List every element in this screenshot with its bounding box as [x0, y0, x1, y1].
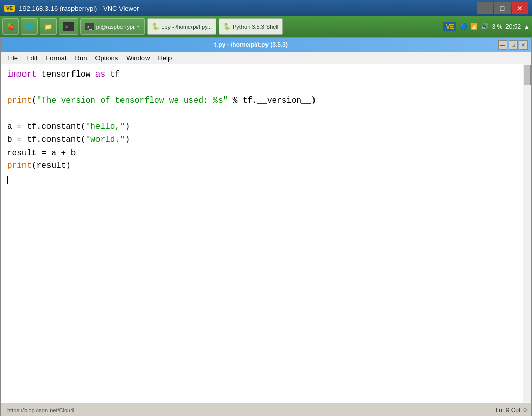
idle-window-controls: — □ ✕ [498, 40, 528, 50]
lxterminal-button[interactable]: >_ [59, 18, 78, 35]
vnc-minimize-button[interactable]: — [477, 2, 493, 14]
vertical-scrollbar[interactable] [523, 64, 531, 403]
menu-help[interactable]: Help [154, 53, 176, 63]
clock: 20:52 [505, 23, 521, 30]
terminal2-icon: >_ [85, 23, 93, 30]
taskbar-right: VE 🔵 📶 🔊 3 % 20:52 ▲ [443, 22, 530, 31]
battery-level: 3 % [492, 23, 502, 30]
idle-close-button[interactable]: ✕ [519, 40, 528, 50]
menu-format[interactable]: Format [41, 53, 70, 63]
vnc-titlebar: VE 192.168.3.16 (raspberrypi) - VNC View… [0, 0, 532, 16]
tpy-tab-label: t.py - /home/pi/t.py... [161, 23, 212, 30]
idle-title-text: t.py - /home/pi/t.py (3.5.3) [4, 41, 498, 48]
globe-button[interactable]: 🌐 [21, 18, 38, 35]
vnc-title: 192.168.3.16 (raspberrypi) - VNC Viewer [19, 5, 477, 12]
raspberry-button[interactable]: 🍓 [2, 18, 19, 35]
python-shell-label: Python 3.5.3 Shell [233, 23, 278, 30]
menu-window[interactable]: Window [122, 53, 154, 63]
idle-maximize-button[interactable]: □ [509, 40, 518, 50]
folder-button[interactable]: 📁 [40, 18, 57, 35]
status-position: Ln: 9 Col: 0 [496, 407, 527, 414]
status-bar: https://blog.csdn.net/Cloud Ln: 9 Col: 0 [1, 403, 531, 416]
menu-options[interactable]: Options [91, 53, 122, 63]
wifi-icon: 📶 [470, 23, 478, 30]
code-line-8: print(result) [7, 160, 517, 173]
menu-edit[interactable]: Edit [22, 53, 41, 63]
menu-bar: File Edit Format Run Options Window Help [1, 52, 531, 64]
raspberry-icon: 🍓 [7, 23, 14, 30]
code-line-5: a = tf.constant("hello,") [7, 120, 517, 134]
code-line-9 [7, 173, 517, 186]
ve-logo-taskbar: VE [443, 22, 456, 31]
tpy-tab[interactable]: 🐍 t.py - /home/pi/t.py... [147, 18, 216, 35]
idle-titlebar: t.py - /home/pi/t.py (3.5.3) — □ ✕ [1, 38, 531, 52]
vnc-window-controls: — □ ✕ [477, 2, 528, 14]
code-line-2 [7, 82, 517, 95]
menu-run[interactable]: Run [71, 53, 91, 63]
terminal-icon: >_ [63, 22, 74, 31]
folder-icon: 📁 [44, 23, 52, 30]
volume-icon: 🔊 [481, 23, 489, 30]
vnc-maximize-button[interactable]: □ [494, 2, 511, 14]
code-line-4 [7, 108, 517, 121]
python-shell-icon: 🐍 [223, 23, 231, 30]
vnc-close-button[interactable]: ✕ [512, 2, 528, 14]
taskbar: 🍓 🌐 📁 >_ >_ pi@raspberrypi: ~ 🐍 t.py - /… [0, 16, 532, 37]
menu-file[interactable]: File [3, 53, 22, 63]
scroll-up-icon[interactable]: ▲ [524, 23, 530, 30]
code-content[interactable]: import tensorflow as tf print("The versi… [1, 64, 523, 403]
status-url: https://blog.csdn.net/Cloud [5, 407, 74, 413]
vnc-logo: VE [4, 5, 15, 12]
code-editor-area[interactable]: import tensorflow as tf print("The versi… [1, 64, 531, 403]
code-line-6: b = tf.constant("world.") [7, 134, 517, 147]
bluetooth-icon: 🔵 [460, 23, 467, 30]
code-line-1: import tensorflow as tf [7, 68, 517, 82]
code-line-7: result = a + b [7, 147, 517, 160]
code-line-3: print("The version of tensorflow we used… [7, 94, 517, 108]
idle-window: t.py - /home/pi/t.py (3.5.3) — □ ✕ File … [0, 37, 532, 416]
idle-minimize-button[interactable]: — [498, 40, 507, 50]
pi-terminal-tab[interactable]: >_ pi@raspberrypi: ~ [80, 18, 145, 35]
globe-icon: 🌐 [26, 23, 33, 30]
python-shell-tab[interactable]: 🐍 Python 3.5.3 Shell [219, 18, 283, 35]
python-file-icon: 🐍 [152, 23, 159, 30]
pi-terminal-label: pi@raspberrypi: ~ [96, 23, 140, 30]
scrollbar-thumb[interactable] [524, 65, 531, 85]
